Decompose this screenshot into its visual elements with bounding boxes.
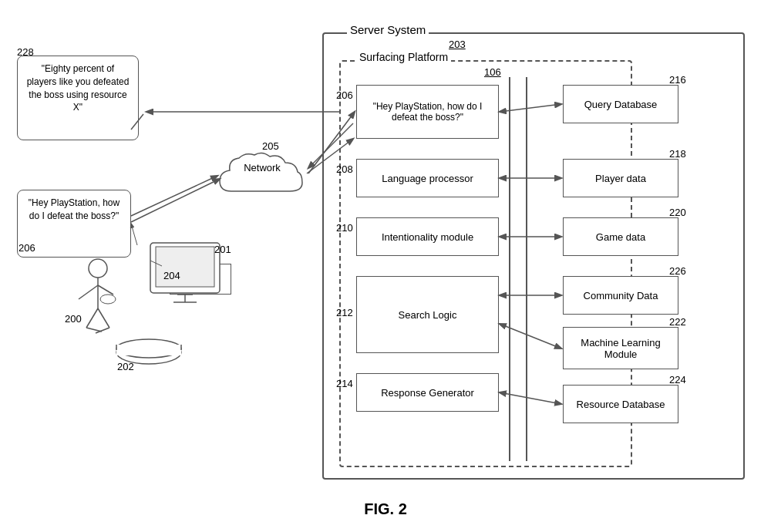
response-speech-bubble: "Eighty percent of players like you defe… [17,56,139,140]
server-system-ref: 203 [449,39,466,50]
ref-201: 201 [214,244,231,255]
ref-218: 218 [669,148,686,160]
svg-line-2 [79,285,98,299]
ref-226: 226 [669,265,686,277]
module-language-processor: Language processor [356,159,499,197]
vert-separator-left [509,77,510,461]
surfacing-platform-ref: 106 [484,66,501,78]
network-cloud: Network [216,145,308,207]
svg-line-36 [131,176,217,216]
svg-rect-16 [116,345,181,355]
svg-line-5 [98,308,109,328]
tv-figure [146,239,224,308]
module-query-input: "Hey PlayStation, how do I defeat the bo… [356,85,499,139]
svg-line-4 [86,308,98,328]
db-machine-learning: Machine Learning Module [563,327,678,369]
ref-216: 216 [669,74,686,86]
ref-212: 212 [336,307,353,318]
ref-200: 200 [65,313,82,325]
server-system-label: Server System [347,23,429,36]
ref-224: 224 [669,374,686,386]
ref-202: 202 [117,361,134,372]
svg-line-3 [98,285,113,295]
db-community-data: Community Data [563,276,678,315]
cloud-svg [216,149,308,203]
svg-line-21 [131,179,220,222]
db-resource-database: Resource Database [563,385,678,423]
db-player-data: Player data [563,159,678,197]
network-label: Network [244,162,281,173]
ref-208: 208 [336,163,353,175]
svg-line-24 [131,224,137,245]
ref-228: 228 [17,46,34,58]
ref-214: 214 [336,378,353,389]
ref-206b: 206 [19,242,35,254]
ref-205: 205 [262,140,279,152]
db-game-data: Game data [563,217,678,256]
module-search-logic: Search Logic [356,276,499,353]
figure-label: FIG. 2 [364,500,407,518]
ref-220: 220 [669,207,686,218]
vert-separator-right [526,77,527,461]
surfacing-platform-label: Surfacing Platform [356,51,451,63]
ref-222: 222 [669,316,686,328]
module-response-generator: Response Generator [356,373,499,412]
ref-210: 210 [336,222,353,234]
svg-point-8 [100,295,116,304]
svg-point-0 [89,259,107,278]
diagram: Server System 203 Surfacing Platform 106… [0,0,771,532]
module-intentionality: Intentionality module [356,217,499,256]
db-query-database: Query Database [563,85,678,123]
ref-204: 204 [163,270,180,281]
ref-206a: 206 [336,89,353,101]
svg-line-6 [86,328,102,332]
